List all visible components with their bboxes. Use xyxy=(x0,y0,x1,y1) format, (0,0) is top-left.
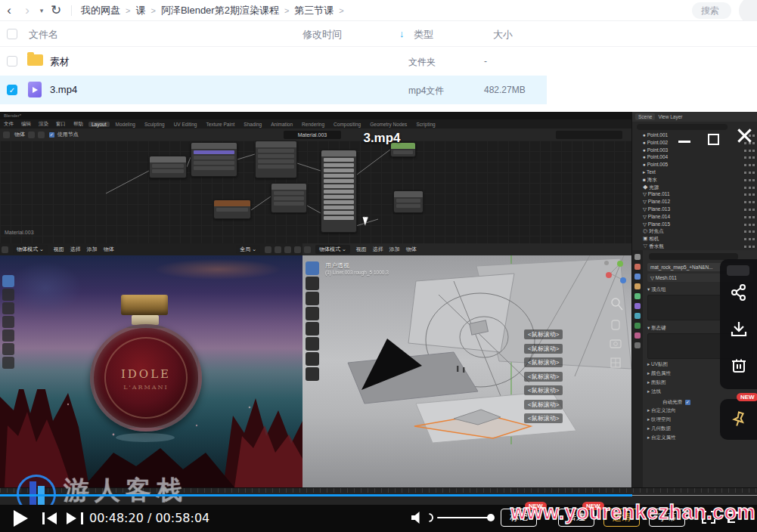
refresh-icon[interactable]: ↻ xyxy=(47,1,65,20)
shader-node xyxy=(149,156,187,178)
proportional-icon xyxy=(275,246,281,253)
node-editor-material-label: Material.003 xyxy=(5,230,34,235)
breadcrumb-item[interactable]: 阿泽Blender第2期渲染课程 xyxy=(161,4,279,17)
player-controls: 00:48:20 / 00:58:04 标记 NEW 倍速 NEW 超清 字幕 xyxy=(0,505,757,532)
divider xyxy=(71,5,72,16)
share-icon[interactable] xyxy=(730,283,748,302)
history-dropdown-icon[interactable]: ▾ xyxy=(36,1,47,20)
shader-node-stack xyxy=(321,150,357,233)
workspace-tab: UV Editing xyxy=(171,122,200,127)
cursor-tool-icon xyxy=(306,277,319,290)
table-row-folder[interactable]: 素材 文件夹 - xyxy=(0,47,547,76)
download-icon[interactable] xyxy=(730,320,748,338)
visibility-icons xyxy=(744,164,755,166)
table-row-video[interactable]: ✓ 3.mp4 mp4文件 482.27MB xyxy=(0,76,547,104)
search-input[interactable]: 搜索 xyxy=(692,2,731,19)
annotate-tool-icon xyxy=(306,352,319,366)
breadcrumb-separator-icon: > xyxy=(339,6,343,15)
side-action-bar xyxy=(720,259,757,389)
viewport-render: 物体模式 ⌄ 视图选择添加物体 全局 ⌄ xyxy=(0,243,302,487)
outliner-item: ◆ 光源 xyxy=(632,184,757,192)
slot-icon xyxy=(38,131,45,138)
scene-selector: Scene xyxy=(635,113,655,120)
coral-rocks xyxy=(0,389,302,487)
breadcrumb-separator-icon: > xyxy=(150,6,155,15)
viewport-toolbar xyxy=(2,275,14,370)
breadcrumb-item[interactable]: 我的网盘 xyxy=(81,4,120,17)
use-nodes-label: 使用节点 xyxy=(57,131,79,137)
viewport-menu-item: 添加 xyxy=(389,246,400,253)
progress-played xyxy=(0,494,632,496)
workspace-tab: Compositing xyxy=(330,122,364,127)
column-header-name[interactable]: 文件名 xyxy=(29,28,58,42)
orientation-dropdown: 全局 ⌄ xyxy=(236,245,260,254)
speed-button[interactable]: 倍速 xyxy=(558,509,594,527)
screencast-keys: <鼠标滚动><鼠标滚动><鼠标滚动><鼠标滚动><鼠标滚动><鼠标滚动><鼠标滚… xyxy=(524,329,563,428)
shader-node xyxy=(255,141,297,178)
auto-smooth-checkbox: ✓ xyxy=(685,400,690,405)
workspace-tab-active: Layout xyxy=(88,122,110,127)
visibility-icons xyxy=(744,150,755,152)
visibility-icons xyxy=(744,156,755,159)
mark-button[interactable]: 标记 xyxy=(501,509,537,527)
breadcrumb-item[interactable]: 课 xyxy=(135,4,145,17)
use-nodes-checkbox: ✓ xyxy=(49,132,54,138)
quality-button[interactable]: 超清 xyxy=(603,509,640,527)
column-header-size[interactable]: 大小 xyxy=(493,28,513,42)
delete-icon[interactable] xyxy=(730,356,748,374)
outliner-item: ■ 海水 xyxy=(632,177,757,184)
folder-icon xyxy=(27,54,43,66)
breadcrumb-separator-icon: > xyxy=(126,6,130,15)
volume-icon[interactable] xyxy=(411,512,424,524)
visibility-icons xyxy=(744,224,755,226)
outliner-item: ▣ 相机 xyxy=(632,236,757,243)
progress-bar[interactable] xyxy=(0,494,757,496)
blender-menu-item: 文件 xyxy=(4,121,14,128)
shader-node xyxy=(213,200,251,219)
dimmed-action xyxy=(727,265,749,276)
outliner-item: ● Point.005 xyxy=(632,162,757,169)
pin-icon[interactable] xyxy=(730,410,748,428)
file-type: 文件夹 xyxy=(408,56,436,69)
volume-knob[interactable] xyxy=(487,514,495,521)
visibility-icons xyxy=(744,230,755,233)
breadcrumb-item[interactable]: 第三节课 xyxy=(294,4,334,17)
volume-slider[interactable] xyxy=(437,517,492,518)
outliner-item: ● Point.004 xyxy=(632,154,757,162)
file-name[interactable]: 3.mp4 xyxy=(50,84,77,95)
visibility-icons xyxy=(744,201,755,203)
forward-icon[interactable]: › xyxy=(18,1,36,20)
row-checkbox-checked[interactable]: ✓ xyxy=(7,85,17,95)
visibility-icons xyxy=(744,187,755,189)
screencast-key-label: <鼠标滚动> xyxy=(524,413,563,423)
row-checkbox[interactable] xyxy=(7,56,17,66)
snap-icon xyxy=(265,246,271,253)
screencast-key-label: <鼠标滚动> xyxy=(524,344,563,354)
visibility-icons xyxy=(744,216,755,218)
back-icon[interactable]: ‹ xyxy=(0,1,18,20)
file-name[interactable]: 素材 xyxy=(50,55,70,69)
viewport-menu-item: 选择 xyxy=(70,246,81,253)
sort-desc-icon[interactable]: ↓ xyxy=(399,28,405,39)
next-button[interactable] xyxy=(67,512,83,524)
annotate-tool-icon xyxy=(2,357,14,369)
subtitle-button[interactable]: 字幕 xyxy=(649,509,685,527)
web-fullscreen-icon[interactable] xyxy=(728,512,741,523)
maximize-button[interactable] xyxy=(708,134,719,145)
video-player: Blender* 文件编辑渲染窗口帮助 Layout ModelingSculp… xyxy=(0,112,757,532)
column-header-type[interactable]: 类型 xyxy=(414,28,433,42)
select-all-checkbox[interactable] xyxy=(7,29,17,39)
new-badge: NEW xyxy=(525,502,547,510)
previous-button[interactable] xyxy=(42,512,59,524)
outliner-item: ▸ Text xyxy=(632,169,757,177)
minimize-button[interactable] xyxy=(678,141,690,143)
blender-menu-item: 窗口 xyxy=(56,121,66,128)
play-button[interactable] xyxy=(14,510,28,527)
column-header-time[interactable]: 修改时间 xyxy=(302,28,342,42)
close-button[interactable] xyxy=(734,125,754,145)
viewport-toolbar xyxy=(306,261,319,382)
file-size: - xyxy=(484,56,487,66)
current-time: 00:48:20 xyxy=(89,511,144,525)
rotate-tool-icon xyxy=(2,316,14,328)
fullscreen-icon[interactable] xyxy=(702,511,715,524)
